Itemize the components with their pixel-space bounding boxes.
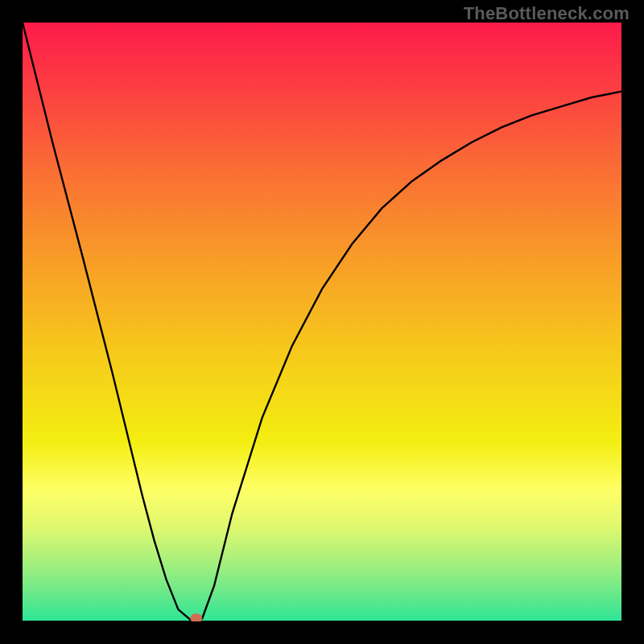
chart-svg: [23, 23, 621, 621]
chart-frame: TheBottleneck.com: [0, 0, 644, 644]
plot-area: [23, 23, 621, 621]
gradient-background: [23, 23, 621, 621]
watermark-text: TheBottleneck.com: [464, 3, 630, 24]
